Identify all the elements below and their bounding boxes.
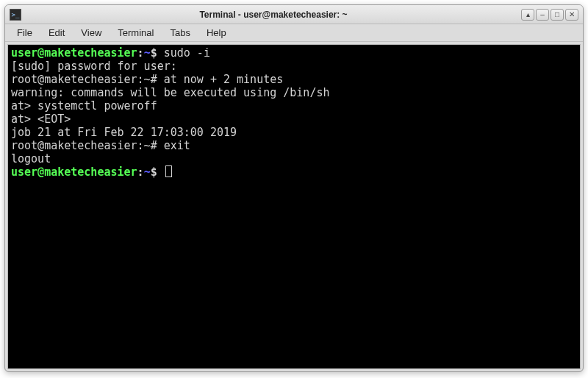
terminal-line: root@maketecheasier:~# exit [11, 139, 577, 152]
terminal-line: warning: commands will be executed using… [11, 86, 577, 99]
prompt-user: user@maketecheasier [11, 46, 137, 60]
prompt-symbol: $ [151, 46, 164, 60]
menu-file[interactable]: File [10, 25, 40, 40]
terminal-line: user@maketecheasier:~$ [11, 165, 577, 179]
shade-button[interactable]: ▴ [521, 9, 534, 21]
terminal-window: >_ Terminal - user@maketecheasier: ~ ▴ –… [4, 4, 584, 372]
terminal-line: root@maketecheasier:~# at now + 2 minute… [11, 73, 577, 86]
prompt-user: user@maketecheasier [11, 165, 137, 179]
menu-tabs[interactable]: Tabs [162, 25, 197, 40]
maximize-button[interactable]: □ [551, 9, 564, 21]
terminal-line: job 21 at Fri Feb 22 17:03:00 2019 [11, 126, 577, 139]
terminal-line: at> <EOT> [11, 113, 577, 126]
menu-view[interactable]: View [74, 25, 109, 40]
terminal-line: user@maketecheasier:~$ sudo -i [11, 46, 577, 60]
cursor [165, 165, 172, 177]
prompt-symbol: $ [151, 165, 164, 179]
terminal-icon: >_ [10, 9, 21, 21]
terminal-line: [sudo] password for user: [11, 60, 577, 73]
menu-terminal[interactable]: Terminal [110, 25, 161, 40]
menubar: File Edit View Terminal Tabs Help [5, 24, 583, 42]
prompt-path: ~ [144, 165, 151, 179]
menu-help[interactable]: Help [199, 25, 234, 40]
prompt-path: ~ [144, 46, 151, 60]
minimize-button[interactable]: – [536, 9, 549, 21]
prompt-colon: : [137, 46, 144, 60]
terminal-line: at> systemctl poweroff [11, 99, 577, 113]
command-text: sudo -i [164, 46, 210, 60]
window-title: Terminal - user@maketecheasier: ~ [26, 10, 521, 20]
terminal-content[interactable]: user@maketecheasier:~$ sudo -i[sudo] pas… [7, 44, 581, 369]
menu-edit[interactable]: Edit [41, 25, 72, 40]
titlebar[interactable]: >_ Terminal - user@maketecheasier: ~ ▴ –… [5, 5, 583, 24]
prompt-colon: : [137, 165, 144, 179]
window-controls: ▴ – □ ✕ [521, 9, 578, 21]
close-button[interactable]: ✕ [565, 9, 578, 21]
terminal-line: logout [11, 152, 577, 165]
